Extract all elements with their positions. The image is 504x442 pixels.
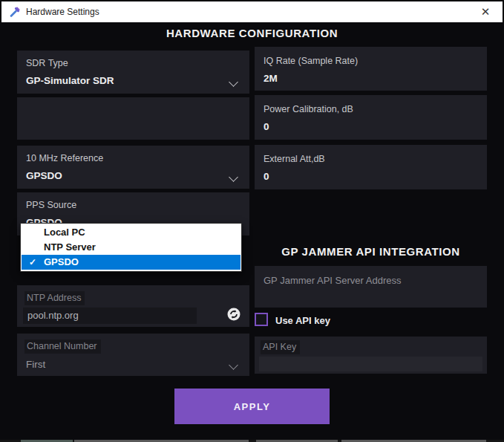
iq-rate-field[interactable]: IQ Rate (Sample Rate) 2M [255,47,487,91]
ref-10mhz-label: 10 MHz Reference [26,153,103,163]
check-icon: ✓ [29,255,36,270]
dropdown-item-ntp-server[interactable]: NTP Server [22,240,240,255]
dropdown-item-local-pc[interactable]: Local PC [22,225,240,240]
page-title: HARDWARE CONFIGURATION [0,27,504,39]
external-att-value: 0 [264,171,269,182]
api-key-input[interactable] [259,357,482,371]
api-integration-heading: GP JAMMER API INTEGRATION [255,245,487,258]
hardware-settings-dialog: Hardware Settings ✕ HARDWARE CONFIGURATI… [0,0,504,442]
ref-10mhz-field[interactable]: 10 MHz Reference GPSDO [17,146,249,189]
power-calibration-label: Power Calibration, dB [264,104,353,114]
sdr-type-value: GP-Simulator SDR [26,75,114,86]
pps-source-dropdown-menu: Local PC NTP Server ✓ GPSDO [20,223,242,272]
sync-button[interactable] [227,308,240,321]
apply-button[interactable]: APPLY [174,389,330,424]
chevron-down-icon [229,360,238,370]
window-title: Hardware Settings [26,7,99,17]
use-api-key-label: Use API key [275,315,330,326]
sdr-type-label: SDR Type [26,58,68,68]
external-att-field[interactable]: External Att,dB 0 [255,145,487,189]
empty-field [17,97,249,140]
channel-number-field[interactable]: Channel Number First [17,334,249,376]
pps-source-label: PPS Source [26,200,76,210]
chevron-down-icon [229,172,238,182]
ref-10mhz-value: GPSDO [26,170,62,181]
sync-icon [227,308,240,321]
ntp-address-label: NTP Address [24,291,85,305]
iq-rate-label: IQ Rate (Sample Rate) [264,56,358,66]
use-api-key-checkbox[interactable] [255,313,268,326]
api-key-label: API Key [261,340,300,354]
channel-number-label: Channel Number [24,339,101,354]
external-att-label: External Att,dB [264,154,325,164]
iq-rate-value: 2M [264,73,278,84]
power-calibration-value: 0 [264,121,269,132]
chevron-down-icon [229,77,238,87]
channel-number-value: First [26,359,45,370]
ntp-address-input[interactable]: pool.ntp.org [23,308,197,324]
wrench-icon [9,6,21,18]
api-server-address-placeholder: GP Jammer API Server Address [264,275,401,286]
sdr-type-field[interactable]: SDR Type GP-Simulator SDR [17,51,249,94]
api-key-field: API Key [255,337,487,374]
close-button[interactable]: ✕ [468,1,503,22]
dropdown-item-gpsdo-label: GPSDO [44,256,79,267]
power-calibration-field[interactable]: Power Calibration, dB 0 [255,95,487,140]
ntp-address-field: NTP Address pool.ntp.org [17,285,249,327]
title-bar: Hardware Settings ✕ [1,1,503,22]
dropdown-item-gpsdo[interactable]: ✓ GPSDO [22,255,240,270]
api-server-address-field[interactable]: GP Jammer API Server Address [255,266,487,308]
